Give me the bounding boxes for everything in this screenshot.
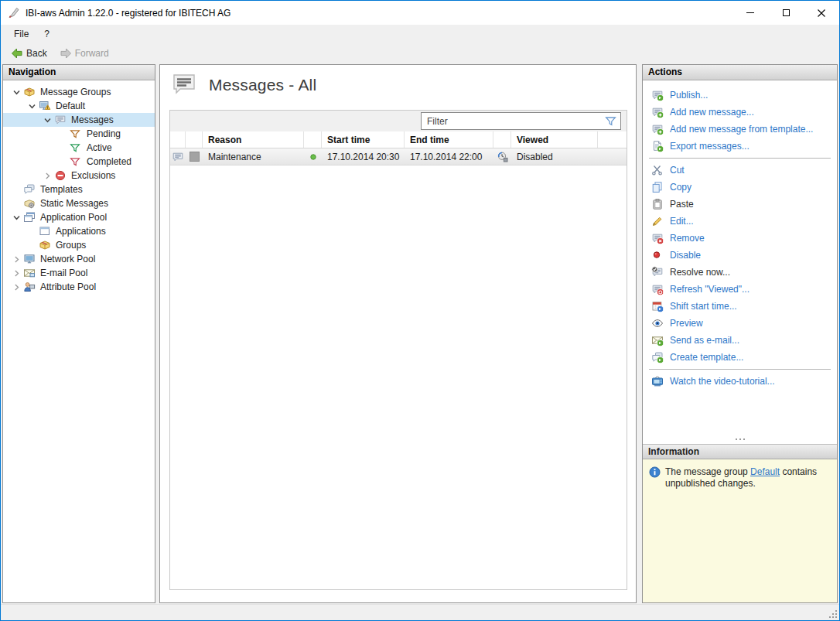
watch-video-tutorial-button[interactable]: Watch the video-tutorial... [643,373,837,390]
maximize-icon[interactable] [768,1,804,25]
cut-button[interactable]: Cut [643,162,837,179]
information-message: The message group Default contains unpub… [665,466,831,490]
menu-help[interactable]: ? [36,26,57,42]
disable-button[interactable]: Disable [643,247,837,264]
application-pool-icon [23,211,39,223]
tree-label: Applications [54,226,106,237]
messages-header-icon [171,72,197,98]
video-tutorial-icon [651,375,664,387]
chevron-right-icon[interactable] [9,268,23,278]
filter-input-box[interactable] [421,112,621,130]
sidebar-item-static-messages[interactable]: Static Messages [3,196,155,210]
paste-button[interactable]: Paste [643,196,837,213]
col-viewed[interactable]: Viewed [511,131,598,148]
chevron-down-icon[interactable] [40,114,54,125]
menu-file[interactable]: File [6,26,36,42]
chevron-down-icon[interactable] [25,101,39,111]
sidebar-item-exclusions[interactable]: Exclusions [3,169,155,183]
sidebar-item-applications[interactable]: Applications [3,224,155,238]
remove-button[interactable]: Remove [643,230,837,247]
sidebar-item-network-pool[interactable]: Network Pool [3,252,155,266]
shift-start-time-button[interactable]: Shift start time... [643,298,837,315]
send-as-email-button[interactable]: Send as e-mail... [643,332,837,349]
col-start-time[interactable]: Start time [322,131,405,148]
page-title: Messages - All [209,76,316,94]
cell-end-time: 17.10.2014 22:00 [405,152,493,162]
publish-icon [651,89,664,101]
edit-icon [651,215,664,227]
refresh-viewed-button[interactable]: Refresh "Viewed"... [643,281,837,298]
tree-label: Templates [39,184,83,195]
info-text-prefix: The message group [665,466,750,477]
info-icon [649,466,661,478]
tree-label: Messages [70,114,114,125]
export-messages-button[interactable]: Export messages... [643,138,837,155]
sidebar-item-templates[interactable]: Templates [3,183,155,196]
add-new-message-button[interactable]: Add new message... [643,104,837,121]
main-panel: Messages - All Reason Start time End tim… [159,64,637,603]
default-group-icon [39,100,54,112]
message-groups-icon [23,86,39,98]
chevron-down-icon[interactable] [9,212,23,223]
edit-button[interactable]: Edit... [643,213,837,230]
add-message-from-template-icon [651,123,664,135]
chevron-down-icon[interactable] [9,87,23,97]
col-reason[interactable]: Reason [203,131,304,148]
back-label: Back [26,48,47,59]
funnel-active-icon [70,142,85,154]
filter-funnel-icon[interactable] [605,115,616,127]
publish-button[interactable]: Publish... [643,87,837,104]
back-arrow-icon [11,48,23,59]
col-viewed-icon[interactable] [493,131,511,148]
funnel-completed-icon [70,155,85,168]
add-message-from-template-button[interactable]: Add new message from template... [643,121,837,138]
messages-table: Reason Start time End time Viewed Mainte… [169,110,627,590]
export-messages-icon [651,140,664,152]
sidebar-item-default[interactable]: Default [3,99,155,113]
title-bar: IBI-aws Admin 1.22.0 - registered for IB… [1,1,839,25]
col-end-time[interactable]: End time [405,131,493,148]
status-bar [1,604,839,620]
network-pool-icon [23,253,39,265]
active-dot-icon [304,153,322,161]
col-status[interactable] [304,131,322,148]
sidebar-item-messages[interactable]: Messages [3,113,155,127]
create-template-button[interactable]: Create template... [643,349,837,366]
copy-button[interactable]: Copy [643,179,837,196]
information-panel: The message group Default contains unpub… [643,459,837,602]
sidebar-item-message-groups[interactable]: Message Groups [3,85,155,99]
resize-grip-icon[interactable] [829,610,837,618]
chevron-right-icon[interactable] [9,281,23,292]
chevron-right-icon[interactable] [9,254,23,264]
tree-label: Default [54,101,85,111]
static-messages-icon [23,197,39,210]
sidebar-item-active[interactable]: Active [3,141,155,155]
sidebar-item-application-pool[interactable]: Application Pool [3,210,155,224]
filter-input[interactable] [425,115,602,128]
sidebar-item-email-pool[interactable]: E-mail Pool [3,266,155,280]
sidebar-item-completed[interactable]: Completed [3,155,155,169]
default-group-link[interactable]: Default [750,466,780,477]
minimize-icon[interactable] [732,1,768,25]
toolbar: Back Forward [1,43,839,63]
preview-button[interactable]: Preview [643,315,837,332]
panel-splitter[interactable] [643,435,837,444]
sidebar-item-groups[interactable]: Groups [3,238,155,252]
table-row[interactable]: Maintenance 17.10.2014 20:30 17.10.2014 … [170,148,627,165]
resolve-now-icon [651,266,664,278]
sidebar-item-pending[interactable]: Pending [3,127,155,141]
navigation-header: Navigation [3,65,155,80]
applications-icon [39,225,54,237]
close-icon[interactable] [804,1,839,25]
col-marker[interactable] [186,131,203,148]
information-header: Information [643,444,837,459]
col-type[interactable] [170,131,186,148]
sidebar-item-attribute-pool[interactable]: Attribute Pool [3,280,155,294]
app-window: IBI-aws Admin 1.22.0 - registered for IB… [0,0,840,621]
actions-separator [649,158,831,159]
cut-icon [651,164,664,176]
resolve-now-button[interactable]: Resolve now... [643,264,837,281]
back-button[interactable]: Back [6,46,52,60]
forward-button[interactable]: Forward [55,46,114,60]
chevron-right-icon[interactable] [40,170,54,181]
